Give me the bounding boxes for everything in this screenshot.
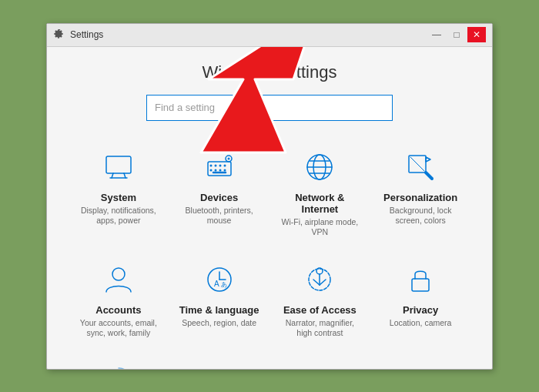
- time-desc: Speech, region, date: [182, 318, 256, 329]
- search-bar: [70, 95, 469, 121]
- maximize-button[interactable]: □: [447, 27, 466, 42]
- svg-line-34: [320, 280, 326, 285]
- system-icon: [100, 149, 137, 186]
- personalization-desc: Background, lock screen, colors: [378, 206, 463, 226]
- page-title: Windows Settings: [70, 62, 469, 82]
- main-content: Windows Settings: [47, 47, 492, 369]
- devices-icon: [201, 149, 238, 186]
- setting-item-accounts[interactable]: Accounts Your accounts, email, sync, wor…: [70, 252, 167, 345]
- privacy-desc: Location, camera: [390, 318, 452, 329]
- system-name: System: [101, 192, 136, 203]
- ease-icon: [301, 261, 338, 298]
- svg-text:A: A: [214, 280, 219, 288]
- setting-item-system[interactable]: System Display, notifications, apps, pow…: [70, 139, 167, 244]
- svg-line-2: [112, 173, 113, 178]
- settings-window: Settings — □ ✕ Windows Settings: [46, 23, 493, 370]
- network-icon: [301, 149, 338, 186]
- svg-line-33: [313, 280, 320, 285]
- accounts-icon: [100, 261, 137, 298]
- setting-item-personalization[interactable]: Personalization Background, lock screen,…: [372, 139, 469, 244]
- accounts-desc: Your accounts, email, sync, work, family: [76, 318, 161, 339]
- setting-item-privacy[interactable]: Privacy Location, camera: [372, 252, 469, 345]
- setting-item-time[interactable]: A あ Time & language Speech, region, date: [171, 252, 268, 345]
- svg-rect-1: [106, 156, 131, 173]
- setting-item-update[interactable]: [70, 353, 167, 368]
- system-desc: Display, notifications, apps, power: [76, 206, 161, 226]
- minimize-button[interactable]: —: [427, 27, 446, 42]
- svg-rect-5: [208, 162, 231, 176]
- window-controls: — □ ✕: [427, 27, 486, 42]
- svg-rect-35: [412, 279, 429, 291]
- search-input[interactable]: [146, 95, 393, 121]
- svg-line-3: [124, 173, 126, 178]
- settings-grid: System Display, notifications, apps, pow…: [70, 139, 469, 369]
- svg-line-23: [426, 173, 432, 179]
- time-name: Time & language: [179, 304, 259, 316]
- svg-point-24: [112, 268, 125, 280]
- update-icon: [100, 362, 137, 368]
- window-icon: [53, 28, 65, 41]
- setting-item-ease[interactable]: Ease of Access Narrator, magnifier, high…: [272, 252, 369, 345]
- window-title: Settings: [70, 29, 103, 40]
- accounts-name: Accounts: [95, 304, 141, 316]
- network-name: Network & Internet: [278, 192, 363, 215]
- svg-text:あ: あ: [221, 281, 227, 288]
- time-icon: A あ: [201, 261, 238, 298]
- devices-desc: Bluetooth, printers, mouse: [177, 206, 262, 226]
- search-area: [70, 95, 469, 121]
- title-bar-left: Settings: [53, 28, 103, 41]
- privacy-icon: [402, 261, 439, 298]
- close-button[interactable]: ✕: [467, 27, 486, 42]
- title-bar: Settings — □ ✕: [47, 24, 492, 47]
- setting-item-network[interactable]: Network & Internet Wi-Fi, airplane mode,…: [272, 139, 369, 244]
- devices-name: Devices: [200, 192, 238, 203]
- svg-point-16: [227, 157, 229, 159]
- setting-item-devices[interactable]: Devices Bluetooth, printers, mouse: [171, 139, 268, 244]
- network-desc: Wi-Fi, airplane mode, VPN: [278, 217, 363, 238]
- privacy-name: Privacy: [403, 304, 438, 316]
- personalization-name: Personalization: [383, 192, 457, 203]
- ease-desc: Narrator, magnifier, high contrast: [278, 318, 363, 339]
- personalization-icon: [402, 149, 439, 186]
- ease-name: Ease of Access: [283, 304, 357, 316]
